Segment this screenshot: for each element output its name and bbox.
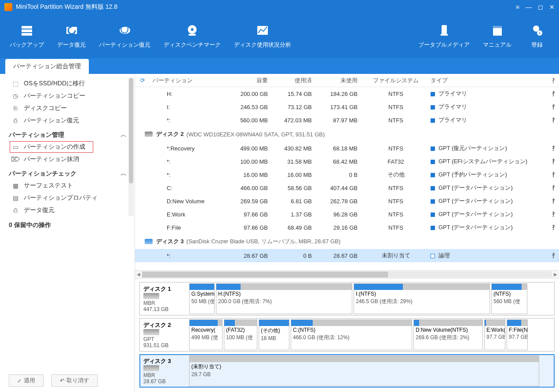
sidebar-item[interactable]: ▤パーティションプロパティ [0,192,133,204]
svg-point-6 [191,28,194,31]
diskmap-partition[interactable]: D:New Volume(NTFS) 269.6 GB (使用済: 2%) [413,319,483,350]
toolbar-icon: + [530,23,544,37]
sidebar-icon: ⬚ [11,80,19,88]
toolbar-0[interactable]: バックアップ [4,20,49,52]
svg-rect-0 [22,26,32,29]
diskmap-partition[interactable]: I:(NTFS) 246.5 GB (使用済: 29%) [354,283,490,314]
chevron-up-icon: ︿ [121,170,127,178]
cancel-button[interactable]: ↶取り消す [51,374,98,387]
toolbar-2[interactable]: パーティション復元 [94,20,156,52]
sidebar-item[interactable]: ▭パーティションの作成 [10,141,93,153]
table-row[interactable]: *:Recovery 499.00 MB 430.82 MB 68.18 MB … [135,142,559,155]
diskmap-partition[interactable]: (NTFS) 560 MB (使 [491,283,527,314]
svg-rect-9 [442,25,447,34]
minimize-icon[interactable]: — [526,4,532,11]
app-logo [4,3,12,11]
refresh-icon[interactable]: ⟳ [135,77,150,84]
table-row[interactable]: E:Work 97.66 GB 1.37 GB 96.28 GB NTFS GP… [135,208,559,221]
toolbar-icon [256,23,270,37]
chevron-up-icon: ︿ [121,131,127,139]
toolbar-r-0[interactable]: ブータブルメディア [413,20,475,52]
toolbar-icon [20,23,34,37]
sidebar-section-check[interactable]: パーティションチェック︿ [0,165,133,180]
diskmap-head: ディスク 2 GPT 931.51 GB [141,319,189,350]
disk-icon [143,293,159,299]
sidebar-item[interactable]: ⬚OSをSSD/HDDに移行 [0,77,133,90]
disk-header[interactable]: ディスク 3(SanDisk Cruzer Blade USB, リムーバブル,… [135,234,559,249]
sidebar-icon: ▦ [11,182,19,190]
svg-rect-12 [493,26,502,28]
disk-icon [143,365,159,371]
sidebar-item[interactable]: ⎙パーティション復元 [0,114,133,127]
toolbar-r-1[interactable]: マニュアル [478,20,517,52]
diskmap-partition[interactable]: Recovery( 499 MB (使 [189,319,223,350]
svg-rect-10 [441,34,448,36]
table-row[interactable]: *: 28.67 GB 0 B 28.67 GB 未割り当て 論理 扌 [135,249,559,262]
toolbar-3[interactable]: ディスクベンチマーク [158,20,226,52]
svg-rect-1 [22,29,32,32]
grid-hscroll[interactable]: ◀▶ [135,270,559,278]
svg-rect-2 [22,33,32,36]
sidebar-icon: ◷ [11,92,19,100]
svg-rect-7 [189,34,196,36]
sidebar-icon: ▤ [11,194,19,202]
table-row[interactable]: H: 200.00 GB 15.74 GB 184.26 GB NTFS プライ… [135,87,559,100]
maximize-icon[interactable]: ◻ [538,4,543,11]
sidebar-icon: ▭ [11,143,19,151]
diskmap-row[interactable]: ディスク 2 GPT 931.51 GB Recovery( 499 MB (使… [139,318,555,352]
close-icon[interactable]: ✕ [549,4,555,11]
toolbar-4[interactable]: ディスク使用状況分析 [229,20,296,52]
sidebar-icon: ⌦ [11,155,19,163]
diskmap-partition[interactable]: G:System r 50 MB (使 [189,283,215,314]
usb-icon [145,239,153,244]
table-row[interactable]: C: 466.00 GB 58.56 GB 407.44 GB NTFS GPT… [135,181,559,194]
sidebar-icon: ⎙ [11,206,19,214]
sidebar-icon: ⎘ [11,104,19,112]
disk-header[interactable]: ディスク 2(WDC WD10EZEX-08WN4A0 SATA, GPT, 9… [135,127,559,142]
pending-operations: 0 保留中の操作 [0,216,135,234]
sidebar-section-manage[interactable]: パーティション管理︿ [0,127,133,141]
toolbar-icon [65,23,79,37]
disk-icon [143,329,159,335]
toolbar-icon [185,23,199,37]
diskmap-partition[interactable]: (その他) 16 MB [259,319,289,350]
apply-button[interactable]: ✓適用 [9,374,44,387]
table-row[interactable]: *: 100.00 MB 31.58 MB 68.42 MB FAT32 GPT… [135,155,559,168]
toolbar-r-2[interactable]: +登録 [519,20,555,52]
menu-icon[interactable]: ≡ [516,4,519,11]
sidebar-item[interactable]: ⌦パーティション抹消 [0,153,133,165]
diskmap-head: ディスク 1 MBR 447.13 GB [141,283,189,314]
toolbar-icon [437,23,451,37]
table-row[interactable]: F:File 97.66 GB 68.49 GB 29.16 GB NTFS G… [135,221,559,234]
disk-icon [145,132,153,137]
app-title: MiniTool Partition Wizard 無料版 12.8 [16,3,516,11]
diskmap-partition[interactable]: H:(NTFS) 200.0 GB (使用済: 7%) [216,283,352,314]
table-row[interactable]: I: 246.53 GB 73.12 GB 173.41 GB NTFS プライ… [135,100,559,114]
diskmap-partition[interactable]: (FAT32) 100 MB (使 [224,319,257,350]
diskmap-partition[interactable]: (未割り当て) 28.7 GB [189,355,539,386]
toolbar-icon [490,23,504,37]
diskmap-row[interactable]: ディスク 1 MBR 447.13 GB G:System r 50 MB (使… [139,282,555,315]
table-row[interactable]: *: 16.00 MB 16.00 MB 0 B その他 GPT (予約パーティ… [135,168,559,181]
svg-text:+: + [538,31,541,36]
sidebar-icon: ⎙ [11,117,19,125]
undo-icon: ↶ [60,377,65,384]
diskmap-partition[interactable]: F:File(N 97.7 GB [507,319,528,350]
sidebar-scrollbar[interactable] [128,77,134,216]
sidebar-item[interactable]: ⎘ディスクコピー [0,102,133,114]
table-row[interactable]: *: 560.00 MB 472.03 MB 87.97 MB NTFS プライ… [135,114,559,127]
diskmap-row[interactable]: ディスク 3 MBR 28.67 GB (未割り当て) 28.7 GB [139,354,555,388]
diskmap-head: ディスク 3 MBR 28.67 GB [141,355,189,386]
diskmap-partition[interactable]: C:(NTFS) 466.0 GB (使用済: 12%) [291,319,412,350]
sidebar-item[interactable]: ◷パーティションコピー [0,90,133,102]
sidebar-item[interactable]: ▦サーフェステスト [0,180,133,192]
diskmap-partition[interactable]: E:Work( 97.7 GB [484,319,505,350]
sidebar-item[interactable]: ⎙データ復元 [0,204,133,216]
tab-partition-management[interactable]: パーティション総合管理 [5,59,89,74]
grid-header: ⟳ パーティション 容量 使用済 未使用 ファイルシステム タイプ 扌 [135,74,559,87]
toolbar-icon [118,23,132,37]
toolbar-1[interactable]: データ復元 [52,20,91,52]
check-icon: ✓ [17,377,22,384]
table-row[interactable]: D:New Volume 269.59 GB 6.81 GB 262.78 GB… [135,194,559,208]
